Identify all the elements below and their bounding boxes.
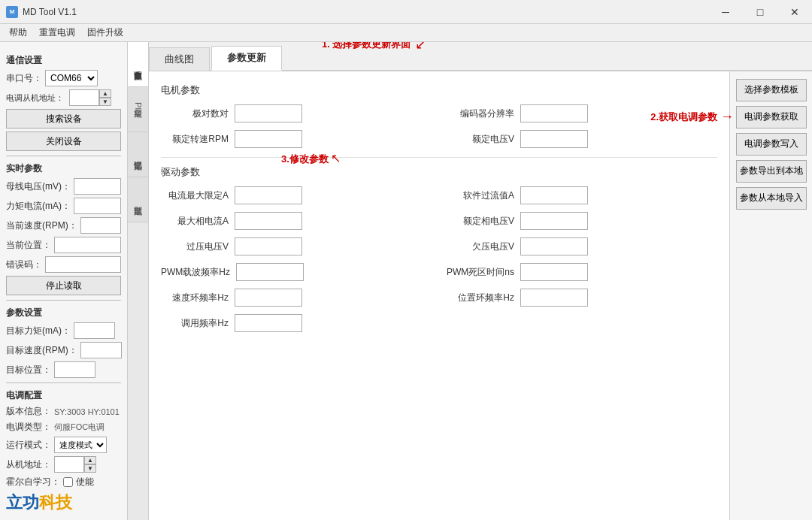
rated-voltage-input[interactable]: 24 <box>520 130 588 148</box>
call-freq-label: 调用频率Hz <box>161 317 229 330</box>
error-code-label: 错误码： <box>6 258 42 271</box>
esc-type-value: 伺服FOC电调 <box>54 422 105 433</box>
undervoltage-input[interactable]: 12 <box>520 237 588 255</box>
target-pos-input[interactable] <box>54 361 95 378</box>
pwm-dead-input[interactable]: 400 <box>520 263 588 281</box>
sidebar: 通信设置 串口号： COM66 电调从机地址： 10 ▲ ▼ 搜索设备 关闭设备… <box>0 42 128 520</box>
pos-loop-row: 位置环频率Hz 4000 <box>447 289 717 307</box>
port-label: 串口号： <box>6 72 42 85</box>
pole-pairs-label: 极对数对 <box>161 107 229 120</box>
call-freq-input[interactable]: 32000 <box>235 314 302 332</box>
slave-addr-down-btn[interactable]: ▼ <box>84 464 96 473</box>
vtab-test[interactable]: 额定型试 <box>128 177 148 222</box>
max-phase-current-label: 最大相电流A <box>161 215 229 228</box>
drive-section-title: 驱动参数 <box>161 165 717 179</box>
titlebar: M MD Tool V1.1 ─ □ ✕ <box>0 0 812 24</box>
rated-rpm-input[interactable]: 3000 <box>235 130 302 148</box>
rated-rpm-label: 额定转速RPM <box>161 133 229 146</box>
bus-voltage-value: 23311 <box>74 178 121 195</box>
pole-pairs-row: 极对数对 2 <box>161 104 432 122</box>
comm-settings-title: 通信设置 <box>6 54 121 67</box>
stop-read-button[interactable]: 停止读取 <box>6 276 121 295</box>
window-controls: ─ □ ✕ <box>708 0 812 24</box>
speed-loop-row: 速度环频率Hz 8000 <box>161 289 432 307</box>
addr-label: 电调从机地址： <box>6 92 66 104</box>
error-code-value: 0 <box>45 256 121 273</box>
addr-up-btn[interactable]: ▲ <box>99 89 111 98</box>
slave-addr-label: 从机地址： <box>6 458 51 471</box>
slave-addr-up-btn[interactable]: ▲ <box>84 456 96 464</box>
pwm-dead-label: PWM死区时间ns <box>447 266 514 279</box>
write-params-btn[interactable]: 电调参数写入 <box>736 133 807 156</box>
pwm-freq-input[interactable]: 32000 <box>236 263 304 281</box>
pole-pairs-input[interactable]: 2 <box>235 104 302 122</box>
right-buttons-panel: 选择参数模板 电调参数获取 2.获取电调参数 → 电调参数写入 参数导出到本地 … <box>729 71 812 520</box>
fetch-params-btn[interactable]: 电调参数获取 <box>736 106 807 128</box>
run-mode-select[interactable]: 速度模式 <box>54 437 107 453</box>
minimize-button[interactable]: ─ <box>708 0 743 24</box>
vtab-pid[interactable]: 额定PID <box>128 87 148 132</box>
brand-text2: 科技 <box>39 493 72 512</box>
rated-phase-voltage-input[interactable]: 13.8564 <box>520 212 588 230</box>
tab-param-update[interactable]: 参数更新 <box>211 46 282 71</box>
encoder-res-input[interactable]: 4000 <box>520 104 588 122</box>
menu-help[interactable]: 帮助 <box>3 25 33 41</box>
undervoltage-row: 欠压电压V 12 <box>447 237 717 255</box>
annotation-step1: 1. 选择参数更新界面 ↙ <box>322 42 426 53</box>
pwm-freq-label: PWM载波频率Hz <box>161 266 230 279</box>
port-select[interactable]: COM66 <box>45 70 98 86</box>
export-local-btn[interactable]: 参数导出到本地 <box>736 160 807 183</box>
pos-loop-input[interactable]: 4000 <box>520 289 588 307</box>
tab-curve[interactable]: 曲线图 <box>149 47 210 71</box>
search-device-button[interactable]: 搜索设备 <box>6 109 121 128</box>
vtab-rated-param[interactable]: 额定参数调 <box>128 42 148 87</box>
menu-reset-esc[interactable]: 重置电调 <box>33 25 81 41</box>
rated-rpm-row: 额定转速RPM 3000 3.修改参数 ↖ <box>161 130 432 148</box>
maximize-button[interactable]: □ <box>743 0 777 24</box>
overvoltage-label: 过压电压V <box>161 240 229 253</box>
rated-phase-voltage-label: 额定相电压V <box>447 215 514 228</box>
vtab-memory[interactable]: 额定记忆调 <box>128 132 148 177</box>
call-freq-row: 调用频率Hz 32000 <box>161 314 432 332</box>
app-title: MD Tool V1.1 <box>23 7 77 17</box>
speed-loop-input[interactable]: 8000 <box>235 289 302 307</box>
max-current-row: 电流最大限定A 9.9 <box>161 186 432 204</box>
max-current-input[interactable]: 9.9 <box>235 186 302 204</box>
max-phase-current-input[interactable]: 16.5 <box>235 212 302 230</box>
param-settings-title: 参数设置 <box>6 307 121 319</box>
select-template-btn[interactable]: 选择参数模板 <box>736 79 807 101</box>
menu-firmware[interactable]: 固件升级 <box>81 25 129 41</box>
realtime-title: 实时参数 <box>6 162 121 175</box>
target-speed-input[interactable]: 0 <box>80 342 122 358</box>
overvoltage-input[interactable]: 48 <box>235 237 302 255</box>
motor-section-title: 电机参数 <box>161 83 717 97</box>
addr-down-btn[interactable]: ▼ <box>99 98 111 106</box>
target-speed-label: 目标速度(RPM)： <box>6 344 77 357</box>
version-value: SY:3003 HY:0101 <box>54 407 120 416</box>
target-torque-label: 目标力矩(mA)： <box>6 325 71 337</box>
brand: 立功科技 <box>6 491 72 514</box>
close-device-button[interactable]: 关闭设备 <box>6 132 121 151</box>
target-pos-label: 目标位置： <box>6 364 51 376</box>
annotation-step2-container: 电调参数获取 2.获取电调参数 → <box>736 106 806 128</box>
target-torque-input[interactable] <box>74 322 115 339</box>
soft-overcurrent-row: 软件过流值A 11.55 <box>447 186 717 204</box>
annotation-step3: 3.修改参数 ↖ <box>281 151 341 166</box>
overvoltage-row: 过压电压V 48 <box>161 237 432 255</box>
version-label: 版本信息： <box>6 405 51 418</box>
soft-overcurrent-input[interactable]: 11.55 <box>520 186 588 204</box>
close-button[interactable]: ✕ <box>777 0 812 24</box>
hall-learn-enable: 使能 <box>76 476 94 488</box>
encoder-res-label: 编码器分辨率 <box>447 107 514 120</box>
encoder-res-row: 编码器分辨率 4000 <box>447 104 717 122</box>
brand-text: 立功 <box>6 493 39 512</box>
rated-voltage-label: 额定电压V <box>447 133 514 146</box>
hall-learn-checkbox[interactable] <box>63 477 73 487</box>
max-current-label: 电流最大限定A <box>161 189 229 202</box>
param-panel: 电机参数 极对数对 2 编码器分辨率 4000 额定转速RPM <box>149 71 729 520</box>
addr-input[interactable]: 10 <box>69 89 99 106</box>
slave-addr-input[interactable]: 10 <box>54 456 84 473</box>
bus-voltage-label: 母线电压(mV)： <box>6 180 71 193</box>
import-local-btn[interactable]: 参数从本地导入 <box>736 187 807 210</box>
menubar: 帮助 重置电调 固件升级 <box>0 24 812 42</box>
